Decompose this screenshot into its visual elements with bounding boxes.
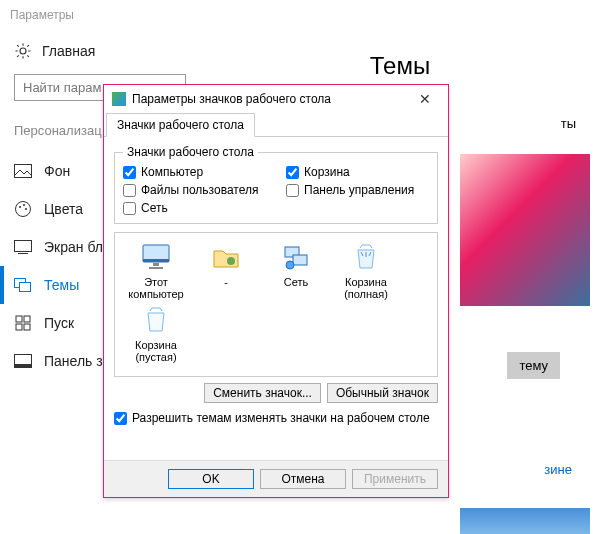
tab-strip: Значки рабочего стола <box>104 113 448 137</box>
desktop-icons-group: Значки рабочего стола Компьютер Корзина … <box>114 145 438 224</box>
svg-rect-14 <box>15 364 32 368</box>
icon-network[interactable]: Сеть <box>261 241 331 300</box>
icon-recyclebin-full[interactable]: Корзина (полная) <box>331 241 401 300</box>
svg-point-1 <box>16 202 31 217</box>
network-icon <box>280 241 312 273</box>
picture-icon <box>14 162 32 180</box>
icon-user-files[interactable]: - <box>191 241 261 300</box>
svg-rect-10 <box>24 316 30 322</box>
svg-point-19 <box>227 257 235 265</box>
icon-recyclebin-empty[interactable]: Корзина (пустая) <box>121 304 191 363</box>
recycle-bin-empty-icon <box>140 304 172 336</box>
svg-rect-9 <box>16 316 22 322</box>
nav-label: Темы <box>44 277 79 293</box>
gear-icon <box>14 42 32 60</box>
group-legend: Значки рабочего стола <box>123 145 258 159</box>
checkbox-recyclebin[interactable]: Корзина <box>286 165 429 179</box>
icon-label: Корзина (полная) <box>344 276 388 300</box>
icon-preview-box: Этот компьютер - Сеть Корзина (полная) <box>114 232 438 377</box>
lockscreen-icon <box>14 238 32 256</box>
theme-thumbnail[interactable] <box>460 508 590 534</box>
page-title: Темы <box>220 52 580 80</box>
home-label: Главная <box>42 43 95 59</box>
apply-button[interactable]: Применить <box>352 469 438 489</box>
nav-label: Цвета <box>44 201 83 217</box>
tab-desktop-icons[interactable]: Значки рабочего стола <box>106 113 255 137</box>
dialog-title: Параметры значков рабочего стола <box>132 92 410 106</box>
checkbox-userfiles[interactable]: Файлы пользователя <box>123 183 266 197</box>
palette-icon <box>14 200 32 218</box>
nav-label: Пуск <box>44 315 74 331</box>
checkbox-computer[interactable]: Компьютер <box>123 165 266 179</box>
allow-themes-checkbox[interactable]: Разрешить темам изменять значки на рабоч… <box>114 411 438 425</box>
svg-rect-0 <box>15 165 32 178</box>
svg-point-4 <box>25 208 27 210</box>
nav-label: Панель за <box>44 353 110 369</box>
monitor-icon <box>140 241 172 273</box>
home-nav[interactable]: Главная <box>14 30 200 74</box>
icon-label: Этот компьютер <box>128 276 183 300</box>
dialog-titlebar: Параметры значков рабочего стола ✕ <box>104 85 448 113</box>
folder-user-icon <box>210 241 242 273</box>
svg-point-3 <box>23 204 25 206</box>
svg-point-22 <box>286 261 294 269</box>
checkbox-label: Файлы пользователя <box>141 183 258 197</box>
svg-point-2 <box>19 206 21 208</box>
themes-icon <box>14 276 32 294</box>
icon-this-pc[interactable]: Этот компьютер <box>121 241 191 300</box>
svg-rect-12 <box>24 324 30 330</box>
checkbox-label: Разрешить темам изменять значки на рабоч… <box>132 411 430 425</box>
store-link[interactable]: зине <box>544 462 572 477</box>
svg-rect-18 <box>149 267 163 269</box>
icon-label: Корзина (пустая) <box>135 339 177 363</box>
svg-rect-21 <box>293 255 307 265</box>
checkbox-label: Сеть <box>141 201 168 215</box>
cut-text-settings: ты <box>561 116 576 131</box>
change-icon-button[interactable]: Сменить значок... <box>204 383 321 403</box>
svg-rect-5 <box>15 241 32 252</box>
nav-label: Фон <box>44 163 70 179</box>
checkbox-controlpanel[interactable]: Панель управления <box>286 183 429 197</box>
svg-rect-8 <box>20 283 31 292</box>
desktop-icon-settings-dialog: Параметры значков рабочего стола ✕ Значк… <box>103 84 449 498</box>
apply-theme-button[interactable]: тему <box>507 352 560 379</box>
nav-label: Экран бл <box>44 239 103 255</box>
close-button[interactable]: ✕ <box>410 91 440 107</box>
checkbox-label: Корзина <box>304 165 350 179</box>
taskbar-icon <box>14 352 32 370</box>
icon-label: - <box>224 276 228 288</box>
ok-button[interactable]: OK <box>168 469 254 489</box>
checkbox-network[interactable]: Сеть <box>123 201 266 215</box>
recycle-bin-full-icon <box>350 241 382 273</box>
cancel-button[interactable]: Отмена <box>260 469 346 489</box>
svg-rect-11 <box>16 324 22 330</box>
settings-app-title: Параметры <box>0 0 600 26</box>
svg-rect-17 <box>153 263 159 266</box>
checkbox-label: Компьютер <box>141 165 203 179</box>
svg-rect-16 <box>143 259 169 262</box>
start-icon <box>14 314 32 332</box>
dialog-footer: OK Отмена Применить <box>104 460 448 497</box>
theme-thumbnail[interactable] <box>460 154 590 306</box>
checkbox-label: Панель управления <box>304 183 414 197</box>
default-icon-button[interactable]: Обычный значок <box>327 383 438 403</box>
icon-label: Сеть <box>284 276 308 288</box>
dialog-app-icon <box>112 92 126 106</box>
